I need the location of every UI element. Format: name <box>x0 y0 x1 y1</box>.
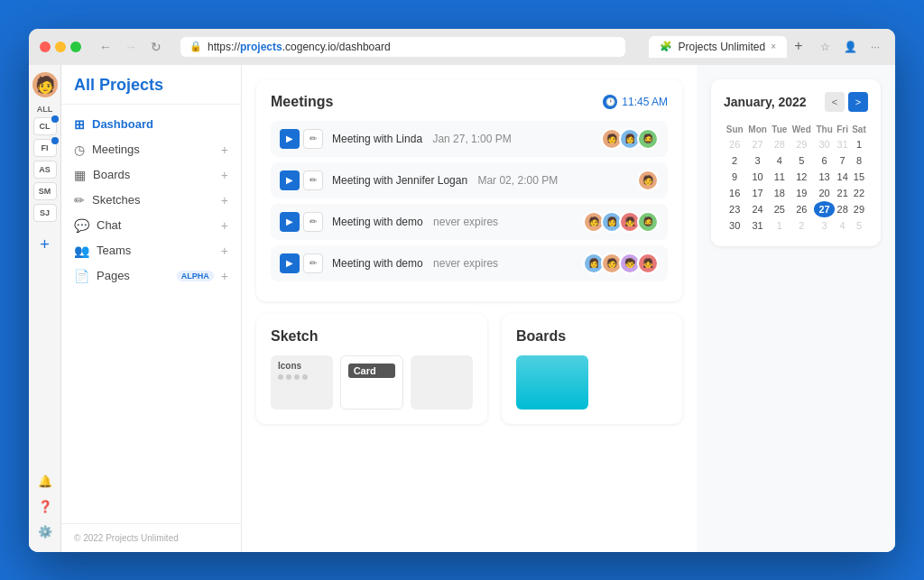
calendar-day[interactable]: 3 <box>814 217 836 234</box>
forward-button[interactable]: → <box>121 37 141 57</box>
workspace-badge-sj[interactable]: SJ <box>33 204 57 222</box>
calendar-day[interactable]: 28 <box>835 201 849 217</box>
meeting-video-button[interactable]: ▶ <box>280 253 300 273</box>
calendar-today[interactable]: 27 <box>814 201 836 217</box>
menu-button[interactable]: ··· <box>866 38 884 56</box>
refresh-button[interactable]: ↻ <box>146 37 166 57</box>
calendar-day[interactable]: 18 <box>770 185 790 201</box>
meeting-edit-button[interactable]: ✏ <box>303 212 323 232</box>
workspace-badge-fi[interactable]: FI <box>33 139 57 157</box>
url-bar[interactable]: https://projects.cogency.io/dashboard <box>208 41 391 53</box>
calendar-day[interactable]: 14 <box>835 169 849 185</box>
calendar-day[interactable]: 6 <box>814 152 836 169</box>
notifications-icon[interactable]: 🔔 <box>32 469 58 494</box>
calendar-prev-button[interactable]: < <box>825 92 845 112</box>
nav-item-sketches[interactable]: ✏ Sketches + <box>61 188 241 213</box>
add-team-button[interactable]: + <box>221 244 228 258</box>
meeting-video-button[interactable]: ▶ <box>280 170 300 190</box>
nav-item-meetings[interactable]: ◷ Meetings + <box>61 137 241 162</box>
calendar-day[interactable]: 2 <box>724 152 745 169</box>
nav-label-teams: Teams <box>97 244 214 257</box>
calendar-day[interactable]: 11 <box>770 169 790 185</box>
calendar-day[interactable]: 3 <box>745 152 769 169</box>
nav-item-chat[interactable]: 💬 Chat + <box>61 213 241 238</box>
calendar-day[interactable]: 29 <box>850 201 868 217</box>
calendar-day[interactable]: 7 <box>835 152 849 169</box>
add-meeting-button[interactable]: + <box>221 143 228 157</box>
avatar: 👧 <box>637 253 659 274</box>
calendar-day[interactable]: 4 <box>835 217 849 234</box>
nav-item-teams[interactable]: 👥 Teams + <box>61 238 241 263</box>
meeting-edit-button[interactable]: ✏ <box>303 129 323 149</box>
calendar-day[interactable]: 20 <box>814 185 836 201</box>
calendar-next-button[interactable]: > <box>848 92 868 112</box>
calendar-day[interactable]: 1 <box>770 217 790 234</box>
add-page-button[interactable]: + <box>221 269 228 283</box>
tab-close-button[interactable]: × <box>771 41 776 51</box>
calendar-day[interactable]: 10 <box>745 169 769 185</box>
sketch-thumb-card[interactable]: Card <box>340 355 404 410</box>
profile-button[interactable]: 👤 <box>841 38 859 56</box>
workspace-badge-cl[interactable]: CL <box>33 117 57 135</box>
calendar-week: 26 27 28 29 30 31 1 <box>724 136 868 152</box>
nav-label-boards: Boards <box>93 168 214 181</box>
fullscreen-button[interactable] <box>70 41 81 52</box>
workspace-badge-sm[interactable]: SM <box>33 182 57 200</box>
calendar-day[interactable]: 13 <box>814 169 836 185</box>
meeting-video-button[interactable]: ▶ <box>280 212 300 232</box>
calendar-day[interactable]: 4 <box>770 152 790 169</box>
calendar-day[interactable]: 26 <box>724 136 745 152</box>
day-header-thu: Thu <box>814 123 836 136</box>
meetings-card-header: Meetings 🕐 11:45 AM <box>271 94 668 110</box>
calendar-day[interactable]: 16 <box>724 185 745 201</box>
calendar-day[interactable]: 17 <box>745 185 769 201</box>
calendar-day[interactable]: 9 <box>724 169 745 185</box>
minimize-button[interactable] <box>55 41 66 52</box>
calendar-day[interactable]: 22 <box>850 185 868 201</box>
nav-item-pages[interactable]: 📄 Pages ALPHA + <box>61 263 241 289</box>
settings-icon[interactable]: ⚙️ <box>32 520 58 545</box>
meeting-edit-button[interactable]: ✏ <box>303 170 323 190</box>
calendar-day[interactable]: 28 <box>770 136 790 152</box>
calendar-day[interactable]: 12 <box>790 169 814 185</box>
calendar-day[interactable]: 30 <box>724 217 745 234</box>
calendar-day[interactable]: 27 <box>745 136 769 152</box>
back-button[interactable]: ← <box>96 37 116 57</box>
user-avatar[interactable]: 🧑 <box>32 72 58 97</box>
meeting-edit-button[interactable]: ✏ <box>303 253 323 273</box>
calendar-day[interactable]: 1 <box>850 136 868 152</box>
workspace-badge-as[interactable]: AS <box>33 161 57 179</box>
add-board-button[interactable]: + <box>221 168 228 182</box>
active-tab[interactable]: 🧩 Projects Unlimited × <box>649 36 787 58</box>
calendar-day[interactable]: 26 <box>790 201 814 217</box>
meeting-name: Meeting with demo <box>332 257 423 270</box>
close-button[interactable] <box>40 41 51 52</box>
calendar-day[interactable]: 19 <box>790 185 814 201</box>
add-chat-button[interactable]: + <box>221 218 228 233</box>
calendar-day[interactable]: 2 <box>790 217 814 234</box>
nav-item-dashboard[interactable]: ⊞ Dashboard <box>61 112 241 137</box>
help-icon[interactable]: ❓ <box>32 494 58 520</box>
nav-item-boards[interactable]: ▦ Boards + <box>61 162 241 188</box>
calendar-day[interactable]: 23 <box>724 201 745 217</box>
calendar-day[interactable]: 31 <box>835 136 849 152</box>
calendar-day[interactable]: 8 <box>850 152 868 169</box>
nav-sidebar: All Projects ⊞ Dashboard ◷ Meetings + ▦ … <box>61 65 242 552</box>
calendar-day[interactable]: 15 <box>850 169 868 185</box>
calendar-day[interactable]: 5 <box>790 152 814 169</box>
calendar-day[interactable]: 24 <box>745 201 769 217</box>
sketch-thumb-empty[interactable] <box>411 355 473 410</box>
new-tab-button[interactable]: + <box>789 36 808 56</box>
add-sketch-button[interactable]: + <box>221 193 228 207</box>
calendar-day[interactable]: 29 <box>790 136 814 152</box>
sketch-thumb-icons[interactable]: Icons <box>271 355 333 410</box>
calendar-day[interactable]: 31 <box>745 217 769 234</box>
calendar-day[interactable]: 25 <box>770 201 790 217</box>
calendar-day[interactable]: 30 <box>814 136 836 152</box>
calendar-day[interactable]: 21 <box>835 185 849 201</box>
meeting-video-button[interactable]: ▶ <box>280 129 300 149</box>
calendar-day[interactable]: 5 <box>850 217 868 234</box>
nav-label-dashboard: Dashboard <box>92 117 228 131</box>
add-workspace-button[interactable]: + <box>32 233 58 258</box>
bookmarks-button[interactable]: ☆ <box>816 38 834 56</box>
